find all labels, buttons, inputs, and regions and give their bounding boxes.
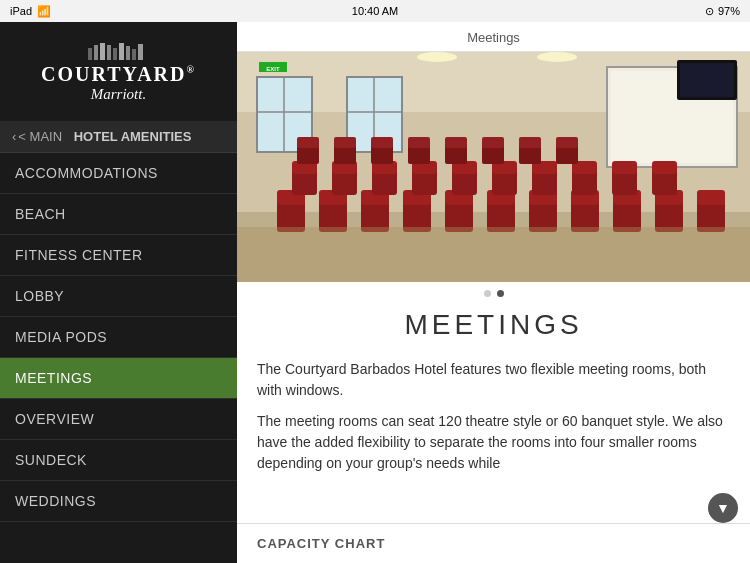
- sidebar-item-weddings[interactable]: WEDDINGS: [0, 481, 237, 522]
- svg-rect-78: [445, 137, 467, 148]
- status-right: ⊙ 97%: [705, 5, 740, 18]
- sidebar-item-label-fitness-center[interactable]: FITNESS CENTER: [0, 235, 237, 275]
- wifi-icon: 📶: [37, 5, 51, 18]
- sidebar-item-overview[interactable]: OVERVIEW: [0, 399, 237, 440]
- scroll-indicator[interactable]: ▼: [708, 493, 738, 523]
- sidebar-item-lobby[interactable]: LOBBY: [0, 276, 237, 317]
- sidebar-item-label-sundeck[interactable]: SUNDECK: [0, 440, 237, 480]
- sidebar-item-label-weddings[interactable]: WEDDINGS: [0, 481, 237, 521]
- sidebar-item-fitness-center[interactable]: FITNESS CENTER: [0, 235, 237, 276]
- status-left: iPad 📶: [10, 5, 51, 18]
- sidebar-item-label-media-pods[interactable]: MEDIA PODS: [0, 317, 237, 357]
- sidebar: COURTYARD® Marriott. ‹ < MAIN HOTEL AMEN…: [0, 22, 237, 563]
- breadcrumb[interactable]: ‹ < MAIN HOTEL AMENITIES: [0, 121, 237, 153]
- breadcrumb-separator: [66, 129, 70, 144]
- main-content: Meetings EXIT: [237, 22, 750, 563]
- svg-rect-7: [132, 49, 136, 60]
- battery-icon: ⊙: [705, 5, 714, 18]
- paragraph-2: The meeting rooms can seat 120 theatre s…: [257, 411, 730, 474]
- status-time: 10:40 AM: [352, 5, 398, 17]
- page-title-section: MEETINGS: [237, 301, 750, 351]
- sidebar-item-media-pods[interactable]: MEDIA PODS: [0, 317, 237, 358]
- logo: COURTYARD® Marriott.: [41, 40, 196, 103]
- brand-name: COURTYARD®: [41, 64, 196, 84]
- svg-rect-66: [612, 161, 637, 174]
- meeting-room-image: EXIT: [237, 52, 750, 282]
- svg-text:EXIT: EXIT: [266, 66, 280, 72]
- svg-rect-0: [88, 48, 92, 60]
- content-body: The Courtyard Barbados Hotel features tw…: [237, 351, 750, 474]
- logo-area: COURTYARD® Marriott.: [0, 22, 237, 121]
- svg-rect-2: [100, 43, 105, 60]
- sidebar-item-label-lobby[interactable]: LOBBY: [0, 276, 237, 316]
- device-label: iPad: [10, 5, 32, 17]
- capacity-chart-label: CAPACITY CHART: [257, 536, 385, 551]
- svg-rect-82: [519, 137, 541, 148]
- scroll-down-icon: ▼: [716, 500, 730, 516]
- svg-rect-24: [680, 63, 734, 97]
- svg-rect-85: [237, 227, 750, 282]
- svg-point-25: [417, 52, 457, 62]
- hero-image: EXIT: [237, 52, 750, 282]
- sidebar-item-meetings[interactable]: MEETINGS: [0, 358, 237, 399]
- sidebar-item-sundeck[interactable]: SUNDECK: [0, 440, 237, 481]
- svg-rect-72: [334, 137, 356, 148]
- sidebar-item-beach[interactable]: BEACH: [0, 194, 237, 235]
- breadcrumb-main[interactable]: < MAIN: [18, 129, 62, 144]
- paragraph-1: The Courtyard Barbados Hotel features tw…: [257, 359, 730, 401]
- scrollable-content: The Courtyard Barbados Hotel features tw…: [237, 351, 750, 563]
- sidebar-item-label-meetings[interactable]: MEETINGS: [0, 358, 237, 398]
- sidebar-item-label-beach[interactable]: BEACH: [0, 194, 237, 234]
- page-title: MEETINGS: [237, 309, 750, 341]
- capacity-chart-bar[interactable]: CAPACITY CHART: [237, 523, 750, 563]
- sub-brand: Marriott.: [41, 86, 196, 103]
- battery-percent: 97%: [718, 5, 740, 17]
- svg-rect-5: [119, 43, 124, 60]
- svg-rect-48: [697, 190, 725, 205]
- svg-rect-84: [556, 137, 578, 148]
- dot-2[interactable]: [497, 290, 504, 297]
- dot-1[interactable]: [484, 290, 491, 297]
- back-arrow[interactable]: ‹: [12, 129, 16, 144]
- logo-building-icon: [83, 40, 153, 60]
- sidebar-item-label-accommodations[interactable]: ACCOMMODATIONS: [0, 153, 237, 193]
- svg-point-26: [537, 52, 577, 62]
- sidebar-item-accommodations[interactable]: ACCOMMODATIONS: [0, 153, 237, 194]
- nav-list: ACCOMMODATIONSBEACHFITNESS CENTERLOBBYME…: [0, 153, 237, 563]
- svg-rect-70: [297, 137, 319, 148]
- svg-rect-1: [94, 45, 98, 60]
- svg-rect-4: [113, 48, 117, 60]
- svg-rect-80: [482, 137, 504, 148]
- svg-rect-6: [126, 46, 130, 60]
- svg-rect-74: [371, 137, 393, 148]
- svg-rect-3: [107, 45, 111, 60]
- app-container: COURTYARD® Marriott. ‹ < MAIN HOTEL AMEN…: [0, 22, 750, 563]
- sidebar-item-label-overview[interactable]: OVERVIEW: [0, 399, 237, 439]
- content-header: Meetings: [237, 22, 750, 52]
- svg-rect-76: [408, 137, 430, 148]
- svg-rect-68: [652, 161, 677, 174]
- image-dots: [237, 282, 750, 301]
- status-bar: iPad 📶 10:40 AM ⊙ 97%: [0, 0, 750, 22]
- svg-rect-8: [138, 44, 143, 60]
- breadcrumb-current: HOTEL AMENITIES: [74, 129, 192, 144]
